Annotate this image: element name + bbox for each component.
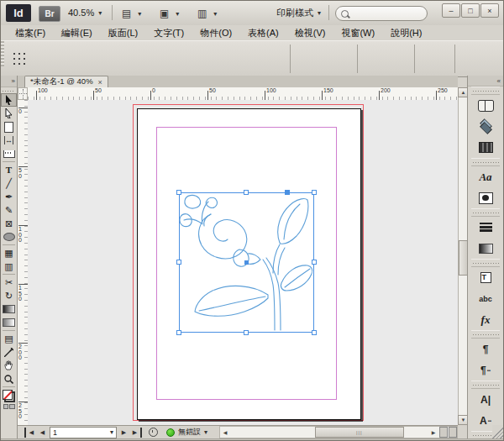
tools-panel-gripper[interactable] [3,88,15,92]
dock-group-gripper[interactable] [471,381,500,389]
menu-help[interactable]: 說明(H) [383,27,430,39]
vertical-grid-tool[interactable]: ▥ [1,260,17,273]
preflight-icon[interactable] [149,428,158,437]
horizontal-ruler[interactable]: 100 50 0 50 100 150 200 250 [28,87,458,101]
story-panel-button[interactable]: T [468,267,503,288]
selection-handle-bottom-center[interactable] [244,330,249,335]
free-transform-tool[interactable]: ↻ [1,289,17,302]
scroll-right-button[interactable]: ▶ [428,428,438,437]
reference-point-proxy[interactable] [12,51,26,66]
selection-handle-bottom-right[interactable] [312,330,317,335]
preflight-status-label[interactable]: 無錯誤 [178,427,201,438]
menu-file[interactable]: 檔案(F) [8,27,54,39]
close-tab-icon[interactable]: × [98,78,102,87]
arrange-documents-button[interactable]: ▥ ▾ [194,4,220,23]
gradient-swatch-tool[interactable] [1,302,17,316]
document-canvas[interactable] [28,100,458,425]
dock-group-gripper[interactable] [471,87,500,95]
selected-artwork[interactable] [179,192,314,333]
menu-table[interactable]: 表格(A) [240,27,287,39]
horizontal-scrollbar-thumb[interactable]: ||| [315,427,404,438]
gap-tool[interactable]: ↔ [1,134,17,147]
spell-check-panel-button[interactable]: abc [468,288,503,309]
dock-collapse-button[interactable]: « [468,76,503,87]
dock-group-gripper[interactable] [471,208,500,217]
note-icon: ▤ [4,333,13,344]
page-view-button[interactable] [439,427,448,438]
dock-group-gripper[interactable] [471,330,500,339]
hand-tool[interactable] [1,359,17,372]
effects-panel-button[interactable]: fx [468,309,503,330]
previous-page-button[interactable]: ◀ [37,428,48,438]
selection-handle-solid[interactable] [285,190,290,195]
horizontal-scrollbar[interactable]: ◀ ||| ▶ [219,426,458,438]
scissors-tool[interactable]: ✂ [1,276,17,289]
gradient-feather-tool[interactable] [1,316,17,329]
close-button[interactable]: × [480,3,499,18]
first-page-button[interactable]: ◀ [24,428,37,438]
last-page-button[interactable]: ▶ [129,428,142,438]
rectangle-frame-tool[interactable]: ⊠ [1,217,17,230]
scroll-left-button[interactable]: ◀ [220,428,230,437]
direct-selection-tool[interactable] [1,107,17,120]
swatches-panel-button[interactable] [468,137,503,158]
page-tool[interactable] [1,120,17,134]
apply-color-button[interactable] [3,404,9,409]
gradient-panel-button[interactable] [468,238,503,259]
note-tool[interactable]: ▤ [1,332,17,345]
character-panel-button[interactable]: Aa [468,166,503,187]
horizontal-grid-tool[interactable]: ▦ [1,246,17,260]
dock-group-gripper[interactable] [471,259,500,267]
menu-type[interactable]: 文字(T) [146,27,192,39]
selection-handle-middle-right[interactable] [312,260,317,265]
menu-edit[interactable]: 編輯(E) [54,27,101,39]
view-options-button[interactable]: ▤ ▾ [118,4,144,23]
page-number-dropdown[interactable]: 1 ▾ [50,427,117,438]
paragraph-panel-button[interactable]: ¶ [468,339,503,360]
tools-panel-collapse-button[interactable]: » [1,76,17,87]
eyedropper-tool[interactable] [1,345,17,359]
selection-handle-top-right[interactable] [312,190,317,195]
menu-view[interactable]: 檢視(V) [287,27,334,39]
menu-object[interactable]: 物件(O) [192,27,240,39]
content-collector-tool[interactable] [1,147,17,160]
screen-mode-button[interactable]: ▣ ▾ [156,4,182,23]
menu-window[interactable]: 視窗(W) [333,27,383,39]
apply-none-button[interactable] [9,404,15,409]
layers-panel-button[interactable] [468,116,503,137]
ruler-origin-corner[interactable] [18,87,28,100]
document-tab[interactable]: *未命名-1 @ 40% × [24,76,108,87]
selection-handle-top-left[interactable] [176,190,181,195]
minimize-button[interactable]: – [442,3,460,18]
paragraph-styles-panel-button[interactable]: ¶ [468,360,503,381]
selection-tool[interactable] [1,93,17,107]
text-wrap-panel-button[interactable] [468,187,503,208]
selection-handle-middle-left[interactable] [176,260,181,265]
window-resize-grip[interactable] [492,425,503,438]
selection-handle-bottom-left[interactable] [176,330,181,335]
pencil-tool[interactable]: ✎ [1,203,17,217]
ellipse-tool[interactable] [1,230,17,244]
menu-layout[interactable]: 版面(L) [101,27,146,39]
fill-swatch-none[interactable] [3,390,13,400]
pen-tool[interactable]: ✒ [1,190,17,203]
dock-group-gripper[interactable] [471,158,500,166]
type-tool[interactable]: T [1,163,17,176]
fill-stroke-swatch[interactable] [3,390,15,402]
workspace-switcher[interactable]: 印刷樣式 ▾ [276,4,321,21]
indesign-logo-icon: Id [6,4,31,22]
character-format-panel-button[interactable]: A| [468,389,503,410]
selection-handle-top-center[interactable] [244,190,249,195]
bridge-button[interactable]: Br [39,6,60,22]
panel-gripper[interactable] [1,41,4,66]
stroke-panel-button[interactable] [468,217,503,238]
next-page-button[interactable]: ▶ [118,428,129,438]
maximize-button[interactable]: □ [461,3,480,18]
spread-view-button[interactable] [449,427,457,438]
line-tool[interactable]: ╱ [1,176,17,190]
zoom-level-dropdown[interactable]: 40.5% ▾ [68,4,102,21]
pages-panel-button[interactable] [468,95,503,116]
content-grabber-dot[interactable] [244,260,249,265]
search-input[interactable] [335,6,428,21]
zoom-tool[interactable] [1,372,17,386]
